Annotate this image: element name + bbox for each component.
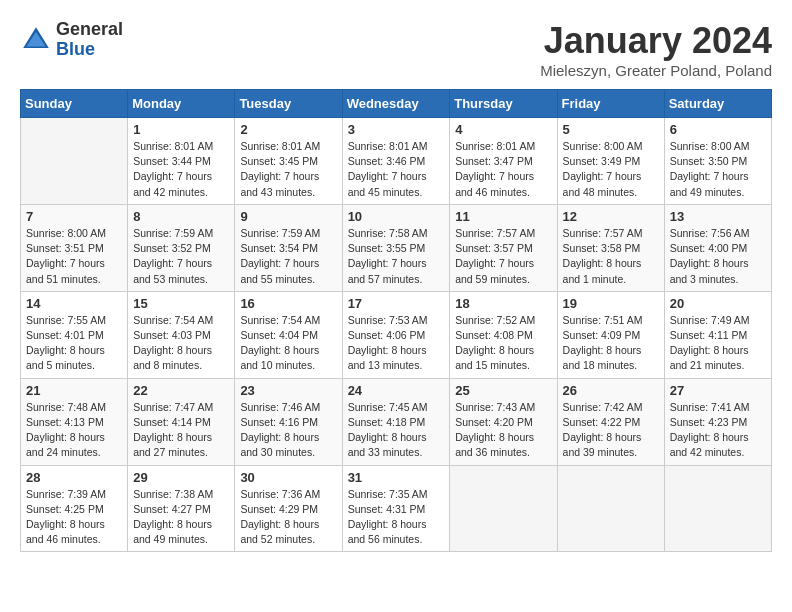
day-number: 7 xyxy=(26,209,122,224)
title-block: January 2024 Mieleszyn, Greater Poland, … xyxy=(540,20,772,79)
day-info: Sunrise: 7:43 AMSunset: 4:20 PMDaylight:… xyxy=(455,400,551,461)
location: Mieleszyn, Greater Poland, Poland xyxy=(540,62,772,79)
calendar-cell xyxy=(21,118,128,205)
day-number: 23 xyxy=(240,383,336,398)
weekday-header-saturday: Saturday xyxy=(664,90,771,118)
weekday-header-monday: Monday xyxy=(128,90,235,118)
calendar-cell: 17Sunrise: 7:53 AMSunset: 4:06 PMDayligh… xyxy=(342,291,450,378)
calendar-cell: 7Sunrise: 8:00 AMSunset: 3:51 PMDaylight… xyxy=(21,204,128,291)
calendar-header-row: SundayMondayTuesdayWednesdayThursdayFrid… xyxy=(21,90,772,118)
day-number: 20 xyxy=(670,296,766,311)
calendar-cell: 18Sunrise: 7:52 AMSunset: 4:08 PMDayligh… xyxy=(450,291,557,378)
calendar-cell: 1Sunrise: 8:01 AMSunset: 3:44 PMDaylight… xyxy=(128,118,235,205)
day-number: 27 xyxy=(670,383,766,398)
day-number: 12 xyxy=(563,209,659,224)
day-info: Sunrise: 7:53 AMSunset: 4:06 PMDaylight:… xyxy=(348,313,445,374)
calendar-cell: 3Sunrise: 8:01 AMSunset: 3:46 PMDaylight… xyxy=(342,118,450,205)
calendar-cell xyxy=(557,465,664,552)
calendar-cell: 14Sunrise: 7:55 AMSunset: 4:01 PMDayligh… xyxy=(21,291,128,378)
day-number: 17 xyxy=(348,296,445,311)
day-number: 19 xyxy=(563,296,659,311)
day-info: Sunrise: 7:48 AMSunset: 4:13 PMDaylight:… xyxy=(26,400,122,461)
calendar-cell: 21Sunrise: 7:48 AMSunset: 4:13 PMDayligh… xyxy=(21,378,128,465)
weekday-header-thursday: Thursday xyxy=(450,90,557,118)
logo-text: General Blue xyxy=(56,20,123,60)
day-info: Sunrise: 7:54 AMSunset: 4:04 PMDaylight:… xyxy=(240,313,336,374)
day-info: Sunrise: 7:56 AMSunset: 4:00 PMDaylight:… xyxy=(670,226,766,287)
day-number: 10 xyxy=(348,209,445,224)
calendar-cell: 8Sunrise: 7:59 AMSunset: 3:52 PMDaylight… xyxy=(128,204,235,291)
day-info: Sunrise: 8:01 AMSunset: 3:45 PMDaylight:… xyxy=(240,139,336,200)
calendar-cell xyxy=(664,465,771,552)
calendar-cell: 13Sunrise: 7:56 AMSunset: 4:00 PMDayligh… xyxy=(664,204,771,291)
day-number: 21 xyxy=(26,383,122,398)
calendar-cell: 26Sunrise: 7:42 AMSunset: 4:22 PMDayligh… xyxy=(557,378,664,465)
day-info: Sunrise: 7:42 AMSunset: 4:22 PMDaylight:… xyxy=(563,400,659,461)
day-info: Sunrise: 8:00 AMSunset: 3:51 PMDaylight:… xyxy=(26,226,122,287)
calendar-cell: 27Sunrise: 7:41 AMSunset: 4:23 PMDayligh… xyxy=(664,378,771,465)
day-info: Sunrise: 7:41 AMSunset: 4:23 PMDaylight:… xyxy=(670,400,766,461)
calendar-cell: 24Sunrise: 7:45 AMSunset: 4:18 PMDayligh… xyxy=(342,378,450,465)
day-info: Sunrise: 7:57 AMSunset: 3:58 PMDaylight:… xyxy=(563,226,659,287)
day-info: Sunrise: 8:01 AMSunset: 3:46 PMDaylight:… xyxy=(348,139,445,200)
day-info: Sunrise: 7:45 AMSunset: 4:18 PMDaylight:… xyxy=(348,400,445,461)
day-info: Sunrise: 7:55 AMSunset: 4:01 PMDaylight:… xyxy=(26,313,122,374)
day-info: Sunrise: 7:59 AMSunset: 3:52 PMDaylight:… xyxy=(133,226,229,287)
day-info: Sunrise: 7:39 AMSunset: 4:25 PMDaylight:… xyxy=(26,487,122,548)
weekday-header-wednesday: Wednesday xyxy=(342,90,450,118)
day-number: 22 xyxy=(133,383,229,398)
day-info: Sunrise: 7:35 AMSunset: 4:31 PMDaylight:… xyxy=(348,487,445,548)
day-info: Sunrise: 7:57 AMSunset: 3:57 PMDaylight:… xyxy=(455,226,551,287)
day-info: Sunrise: 8:01 AMSunset: 3:47 PMDaylight:… xyxy=(455,139,551,200)
day-info: Sunrise: 7:59 AMSunset: 3:54 PMDaylight:… xyxy=(240,226,336,287)
day-number: 31 xyxy=(348,470,445,485)
day-number: 25 xyxy=(455,383,551,398)
calendar-cell: 22Sunrise: 7:47 AMSunset: 4:14 PMDayligh… xyxy=(128,378,235,465)
day-number: 30 xyxy=(240,470,336,485)
calendar-cell: 5Sunrise: 8:00 AMSunset: 3:49 PMDaylight… xyxy=(557,118,664,205)
day-number: 8 xyxy=(133,209,229,224)
day-number: 2 xyxy=(240,122,336,137)
month-title: January 2024 xyxy=(540,20,772,62)
weekday-header-tuesday: Tuesday xyxy=(235,90,342,118)
calendar-cell: 2Sunrise: 8:01 AMSunset: 3:45 PMDaylight… xyxy=(235,118,342,205)
day-number: 16 xyxy=(240,296,336,311)
logo: General Blue xyxy=(20,20,123,60)
day-info: Sunrise: 7:46 AMSunset: 4:16 PMDaylight:… xyxy=(240,400,336,461)
day-info: Sunrise: 7:51 AMSunset: 4:09 PMDaylight:… xyxy=(563,313,659,374)
calendar-week-row: 28Sunrise: 7:39 AMSunset: 4:25 PMDayligh… xyxy=(21,465,772,552)
day-info: Sunrise: 8:00 AMSunset: 3:49 PMDaylight:… xyxy=(563,139,659,200)
day-info: Sunrise: 7:38 AMSunset: 4:27 PMDaylight:… xyxy=(133,487,229,548)
day-number: 18 xyxy=(455,296,551,311)
calendar-cell: 30Sunrise: 7:36 AMSunset: 4:29 PMDayligh… xyxy=(235,465,342,552)
day-number: 9 xyxy=(240,209,336,224)
calendar-table: SundayMondayTuesdayWednesdayThursdayFrid… xyxy=(20,89,772,552)
day-number: 29 xyxy=(133,470,229,485)
day-number: 3 xyxy=(348,122,445,137)
calendar-cell: 12Sunrise: 7:57 AMSunset: 3:58 PMDayligh… xyxy=(557,204,664,291)
calendar-cell: 29Sunrise: 7:38 AMSunset: 4:27 PMDayligh… xyxy=(128,465,235,552)
calendar-cell: 4Sunrise: 8:01 AMSunset: 3:47 PMDaylight… xyxy=(450,118,557,205)
calendar-cell: 16Sunrise: 7:54 AMSunset: 4:04 PMDayligh… xyxy=(235,291,342,378)
day-number: 6 xyxy=(670,122,766,137)
calendar-cell: 19Sunrise: 7:51 AMSunset: 4:09 PMDayligh… xyxy=(557,291,664,378)
day-number: 24 xyxy=(348,383,445,398)
calendar-cell: 11Sunrise: 7:57 AMSunset: 3:57 PMDayligh… xyxy=(450,204,557,291)
calendar-cell: 10Sunrise: 7:58 AMSunset: 3:55 PMDayligh… xyxy=(342,204,450,291)
calendar-cell: 23Sunrise: 7:46 AMSunset: 4:16 PMDayligh… xyxy=(235,378,342,465)
logo-icon xyxy=(20,24,52,56)
day-info: Sunrise: 7:54 AMSunset: 4:03 PMDaylight:… xyxy=(133,313,229,374)
calendar-week-row: 7Sunrise: 8:00 AMSunset: 3:51 PMDaylight… xyxy=(21,204,772,291)
day-info: Sunrise: 7:47 AMSunset: 4:14 PMDaylight:… xyxy=(133,400,229,461)
day-number: 5 xyxy=(563,122,659,137)
day-number: 26 xyxy=(563,383,659,398)
day-info: Sunrise: 7:49 AMSunset: 4:11 PMDaylight:… xyxy=(670,313,766,374)
page-header: General Blue January 2024 Mieleszyn, Gre… xyxy=(20,20,772,79)
day-number: 4 xyxy=(455,122,551,137)
day-number: 28 xyxy=(26,470,122,485)
weekday-header-friday: Friday xyxy=(557,90,664,118)
day-info: Sunrise: 7:58 AMSunset: 3:55 PMDaylight:… xyxy=(348,226,445,287)
day-info: Sunrise: 8:01 AMSunset: 3:44 PMDaylight:… xyxy=(133,139,229,200)
calendar-cell: 15Sunrise: 7:54 AMSunset: 4:03 PMDayligh… xyxy=(128,291,235,378)
weekday-header-sunday: Sunday xyxy=(21,90,128,118)
